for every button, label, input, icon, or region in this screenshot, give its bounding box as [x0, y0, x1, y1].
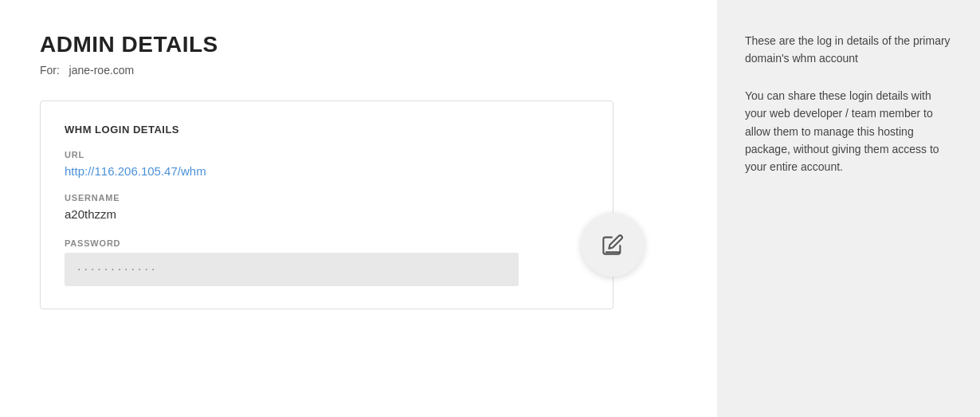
- main-content: ADMIN DETAILS For: jane-roe.com WHM LOGI…: [0, 0, 717, 417]
- edit-button-container: [581, 213, 645, 277]
- domain-value: jane-roe.com: [69, 64, 135, 77]
- url-label: URL: [65, 150, 589, 159]
- card-title: WHM LOGIN DETAILS: [65, 124, 589, 136]
- for-label: For:: [40, 64, 60, 77]
- login-card: WHM LOGIN DETAILS URL http://116.206.105…: [40, 100, 613, 309]
- password-label: PASSWORD: [65, 238, 589, 248]
- password-input[interactable]: [65, 253, 519, 286]
- sidebar-text-1: These are the log in details of the prim…: [745, 32, 952, 68]
- page-title: ADMIN DETAILS: [40, 32, 677, 57]
- sidebar: These are the log in details of the prim…: [717, 0, 980, 417]
- url-value[interactable]: http://116.206.105.47/whm: [65, 164, 206, 178]
- for-domain: For: jane-roe.com: [40, 64, 677, 77]
- sidebar-text-2: You can share these login details with y…: [745, 87, 952, 176]
- edit-icon: [602, 234, 624, 256]
- username-value: a20thzzm: [65, 207, 589, 221]
- username-label: USERNAME: [65, 193, 589, 203]
- edit-button[interactable]: [581, 213, 645, 277]
